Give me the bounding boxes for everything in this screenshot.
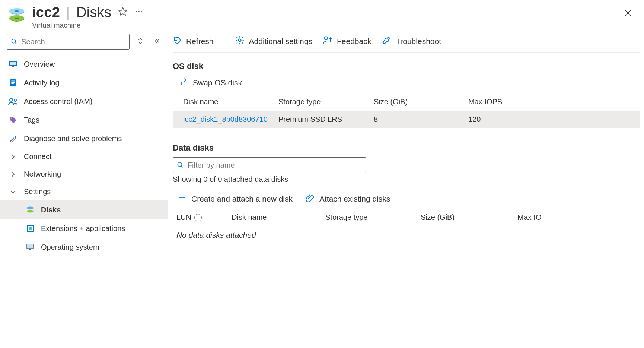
iam-icon bbox=[8, 97, 18, 106]
col-storage-type: Storage type bbox=[278, 98, 374, 106]
chevron-right-icon bbox=[8, 171, 18, 177]
sidebar-item-label: Extensions + applications bbox=[41, 224, 125, 233]
additional-settings-button[interactable]: Additional settings bbox=[235, 35, 312, 47]
sidebar-search-input[interactable] bbox=[21, 38, 125, 46]
svg-line-39 bbox=[181, 166, 183, 167]
page-title: icc2 | Disks bbox=[32, 4, 111, 20]
svg-point-5 bbox=[15, 18, 19, 19]
svg-point-38 bbox=[178, 162, 182, 167]
sidebar-item-label: Diagnose and solve problems bbox=[24, 135, 122, 143]
sidebar-item-label: Overview bbox=[24, 60, 55, 69]
favorite-star-icon[interactable] bbox=[118, 7, 128, 18]
feedback-label: Feedback bbox=[337, 37, 371, 46]
data-disks-showing-text: Showing 0 of 0 attached data disks bbox=[173, 175, 640, 184]
feedback-button[interactable]: Feedback bbox=[323, 35, 371, 47]
svg-point-9 bbox=[141, 11, 143, 12]
svg-point-7 bbox=[136, 11, 137, 12]
disk-storage-type: Premium SSD LRS bbox=[278, 115, 374, 124]
sidebar-item-tags[interactable]: Tags bbox=[0, 111, 168, 129]
sidebar-item-extensions[interactable]: Extensions + applications bbox=[0, 219, 168, 238]
svg-point-26 bbox=[27, 207, 34, 209]
svg-point-12 bbox=[12, 39, 16, 43]
refresh-icon bbox=[173, 36, 182, 47]
svg-point-22 bbox=[14, 99, 16, 101]
data-disks-title: Data disks bbox=[173, 143, 640, 153]
sidebar-item-networking[interactable]: Networking bbox=[0, 165, 168, 183]
col-storage-type: Storage type bbox=[325, 213, 421, 222]
content-pane: Refresh Additional settings Feedback Tro… bbox=[168, 32, 644, 347]
disks-icon bbox=[25, 205, 35, 215]
refresh-button[interactable]: Refresh bbox=[173, 36, 214, 47]
sidebar-item-label: Networking bbox=[24, 170, 61, 178]
col-disk-name: Disk name bbox=[232, 213, 325, 222]
data-disks-filter-box[interactable] bbox=[173, 157, 366, 173]
sidebar-item-label: Access control (IAM) bbox=[24, 97, 92, 106]
sidebar-item-disks[interactable]: Disks bbox=[0, 200, 168, 219]
chevron-down-icon bbox=[8, 189, 18, 195]
diagnose-icon bbox=[8, 134, 18, 143]
chevron-right-icon bbox=[8, 154, 18, 160]
collapse-sidebar-icon[interactable] bbox=[151, 35, 163, 49]
swap-os-disk-button[interactable]: Swap OS disk bbox=[179, 77, 640, 88]
sidebar-item-label: Operating system bbox=[41, 243, 99, 251]
sidebar-item-operating-system[interactable]: Operating system bbox=[0, 238, 168, 256]
sidebar-item-access-control[interactable]: Access control (IAM) bbox=[0, 92, 168, 111]
col-disk-name: Disk name bbox=[183, 98, 278, 106]
sidebar-item-overview[interactable]: Overview bbox=[0, 55, 168, 73]
extensions-icon bbox=[25, 224, 35, 233]
os-disk-table: Disk name Storage type Size (GiB) Max IO… bbox=[173, 93, 640, 128]
data-disks-empty-message: No data disks attached bbox=[173, 225, 640, 240]
col-size: Size (GiB) bbox=[421, 213, 517, 222]
title-divider-icon: | bbox=[66, 4, 70, 20]
create-attach-disk-button[interactable]: Create and attach a new disk bbox=[178, 194, 293, 204]
feedback-icon bbox=[323, 35, 332, 47]
sidebar: Overview Activity log Access control (IA… bbox=[0, 32, 168, 347]
info-icon[interactable]: i bbox=[194, 214, 202, 221]
page-header: icc2 | Disks Virtual machine bbox=[0, 0, 644, 32]
troubleshoot-button[interactable]: Troubleshoot bbox=[382, 35, 441, 47]
toolbar-separator-icon bbox=[224, 36, 224, 47]
more-actions-icon[interactable] bbox=[134, 7, 143, 18]
svg-point-2 bbox=[15, 10, 19, 12]
sidebar-item-diagnose[interactable]: Diagnose and solve problems bbox=[0, 129, 168, 148]
monitor-icon bbox=[8, 59, 18, 69]
log-icon bbox=[8, 78, 18, 88]
sidebar-search-box[interactable] bbox=[7, 34, 130, 50]
os-disk-title: OS disk bbox=[173, 61, 640, 71]
sidebar-nav: Overview Activity log Access control (IA… bbox=[0, 55, 168, 256]
additional-label: Additional settings bbox=[249, 37, 312, 46]
tag-icon bbox=[8, 115, 18, 125]
search-icon bbox=[11, 38, 17, 45]
disk-name-link[interactable]: icc2_disk1_8b0d8306710 bbox=[183, 115, 278, 124]
os-disk-row[interactable]: icc2_disk1_8b0d8306710 Premium SSD LRS 8… bbox=[173, 111, 640, 128]
wrench-icon bbox=[382, 35, 391, 47]
svg-point-23 bbox=[10, 117, 12, 118]
sidebar-item-label: Activity log bbox=[24, 79, 60, 87]
resource-name: icc2 bbox=[32, 4, 60, 20]
sort-icon[interactable] bbox=[135, 35, 146, 49]
attach-existing-label: Attach existing disks bbox=[319, 194, 390, 203]
attach-icon bbox=[305, 193, 314, 204]
close-button[interactable] bbox=[619, 4, 637, 23]
svg-rect-31 bbox=[27, 244, 33, 248]
disk-iops: 120 bbox=[468, 115, 638, 124]
col-lun: LUN i bbox=[176, 213, 232, 222]
sidebar-item-activity-log[interactable]: Activity log bbox=[0, 73, 168, 92]
svg-point-8 bbox=[138, 11, 140, 12]
swap-label: Swap OS disk bbox=[193, 78, 242, 87]
resource-type-label: Virtual machine bbox=[32, 21, 619, 29]
svg-rect-20 bbox=[11, 83, 13, 84]
sidebar-item-connect[interactable]: Connect bbox=[0, 148, 168, 165]
gear-icon bbox=[235, 35, 245, 47]
sidebar-item-settings[interactable]: Settings bbox=[0, 183, 168, 200]
troubleshoot-label: Troubleshoot bbox=[396, 37, 441, 46]
svg-rect-29 bbox=[29, 227, 32, 230]
disks-resource-icon bbox=[7, 5, 27, 25]
svg-rect-16 bbox=[12, 66, 14, 67]
data-disks-table-head: LUN i Disk name Storage type Size (GiB) … bbox=[173, 206, 640, 225]
col-max-iops: Max IO bbox=[517, 213, 638, 222]
data-disks-filter-input[interactable] bbox=[188, 161, 362, 170]
attach-existing-disks-button[interactable]: Attach existing disks bbox=[305, 193, 390, 204]
os-icon bbox=[25, 242, 35, 252]
search-icon bbox=[177, 161, 184, 169]
